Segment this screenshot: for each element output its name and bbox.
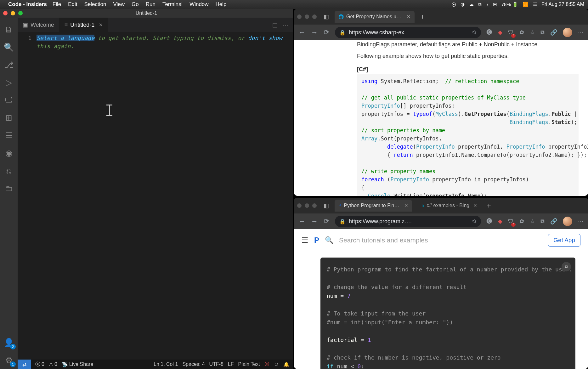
back-button[interactable]: ← bbox=[298, 217, 305, 225]
settings-icon[interactable]: ⚙1 bbox=[0, 351, 18, 369]
avatar[interactable] bbox=[563, 217, 572, 226]
menu-file[interactable]: File bbox=[53, 1, 61, 8]
eol[interactable]: LF bbox=[228, 361, 234, 367]
copy-icon[interactable]: ⧉ bbox=[562, 262, 571, 271]
search-icon[interactable]: 🔍 bbox=[325, 236, 333, 244]
menu-window[interactable]: Window bbox=[189, 1, 208, 8]
favorites-icon[interactable]: ☆ bbox=[530, 218, 535, 225]
search-input[interactable]: Search tutorials and examples bbox=[339, 236, 428, 244]
wifi-icon[interactable]: 📶 bbox=[523, 2, 529, 7]
search-icon[interactable]: 🔍 bbox=[0, 38, 18, 56]
battery-percent[interactable]: 78% 🔋 bbox=[501, 2, 518, 7]
menu-icon[interactable]: ⋯ bbox=[578, 218, 584, 225]
minimize-button[interactable] bbox=[305, 203, 309, 208]
extension-adblock-icon[interactable]: 🛡 bbox=[508, 218, 514, 225]
extensions-menu-icon[interactable]: ✿ bbox=[519, 218, 524, 225]
collections-icon[interactable]: ⧉ bbox=[540, 29, 545, 36]
browser-tab-active[interactable]: P Python Program to Find the Fa ✕ bbox=[335, 200, 412, 212]
maximize-button[interactable] bbox=[18, 11, 23, 15]
language-mode[interactable]: Plain Text bbox=[238, 361, 260, 367]
extensions-icon[interactable]: ⊞ bbox=[0, 109, 18, 127]
explorer-icon[interactable]: 🗎 bbox=[0, 21, 18, 38]
problems-warnings[interactable]: ⚠ 0 bbox=[49, 361, 57, 367]
source-control-icon[interactable]: ⎇ bbox=[0, 56, 18, 74]
reload-button[interactable]: ⟳ bbox=[324, 217, 329, 225]
avatar[interactable] bbox=[563, 28, 572, 37]
address-bar[interactable]: 🔒 https://www.csharp-ex… ✩ bbox=[335, 27, 481, 38]
bookmark-icon[interactable]: ✩ bbox=[472, 218, 477, 225]
extension-icon[interactable]: ◆ bbox=[498, 218, 502, 225]
status-icon[interactable]: ⧉ bbox=[478, 2, 482, 7]
github-icon[interactable]: ⎌ bbox=[0, 162, 18, 179]
folder-icon[interactable]: 🗀 bbox=[0, 179, 18, 197]
menu-run[interactable]: Run bbox=[146, 1, 155, 8]
extension-adblock-icon[interactable]: 🛡 bbox=[508, 29, 514, 36]
minimize-button[interactable] bbox=[11, 11, 15, 15]
status-icon[interactable]: ⊞ bbox=[493, 2, 497, 7]
indentation[interactable]: Spaces: 4 bbox=[182, 361, 205, 367]
edge-icon[interactable]: ◉ bbox=[0, 144, 18, 162]
more-icon[interactable]: ⋯ bbox=[283, 21, 288, 28]
select-language-link[interactable]: Select a language bbox=[37, 35, 94, 41]
menu-edit[interactable]: Edit bbox=[68, 1, 77, 8]
status-icon[interactable]: ⦿ bbox=[451, 2, 456, 7]
favorites-icon[interactable]: ☆ bbox=[530, 29, 535, 36]
remote-explorer-icon[interactable]: 🖵 bbox=[0, 91, 18, 109]
close-icon[interactable]: ✕ bbox=[473, 203, 477, 208]
menu-terminal[interactable]: Terminal bbox=[162, 1, 183, 8]
menu-view[interactable]: View bbox=[113, 1, 125, 8]
browser-tab[interactable]: 🌐 Get Property Names using Ref ✕ bbox=[335, 11, 415, 23]
problems-errors[interactable]: ⓧ 0 bbox=[35, 361, 44, 368]
tab-welcome[interactable]: ▣ Welcome bbox=[18, 18, 59, 32]
cursor-position[interactable]: Ln 1, Col 1 bbox=[154, 361, 178, 367]
extension-icon[interactable]: ◆ bbox=[498, 29, 502, 36]
editor-content[interactable]: 1 Select a language to get started. Star… bbox=[18, 32, 293, 360]
new-tab-button[interactable]: ＋ bbox=[419, 12, 426, 21]
todo-icon[interactable]: ☰ bbox=[0, 127, 18, 144]
notifications-icon[interactable]: 🔔 bbox=[283, 361, 290, 367]
extensions-menu-icon[interactable]: ✿ bbox=[519, 29, 524, 36]
tab-untitled[interactable]: ≡ Untitled-1 ✕ bbox=[59, 18, 109, 32]
share-icon[interactable]: 🔗 bbox=[550, 29, 557, 36]
share-icon[interactable]: 🔗 bbox=[550, 218, 557, 225]
new-tab-button[interactable]: ＋ bbox=[485, 201, 492, 210]
feedback-icon[interactable]: ☺ bbox=[274, 361, 279, 367]
status-icon[interactable]: ♪ bbox=[486, 2, 489, 7]
close-icon[interactable]: ✕ bbox=[99, 22, 103, 28]
close-button[interactable] bbox=[297, 14, 302, 19]
menu-help[interactable]: Help bbox=[216, 1, 227, 8]
split-editor-icon[interactable]: ◫ bbox=[272, 21, 278, 28]
extension-icon[interactable]: 🅢 bbox=[487, 218, 492, 225]
page-content[interactable]: BindingFlags parameter, default flags ar… bbox=[294, 40, 588, 196]
close-button[interactable] bbox=[297, 203, 302, 208]
sidebar-icon[interactable]: ◧ bbox=[324, 13, 329, 20]
get-app-button[interactable]: Get App bbox=[548, 234, 580, 247]
forward-button[interactable]: → bbox=[311, 217, 318, 225]
collections-icon[interactable]: ⧉ bbox=[540, 218, 545, 225]
control-center-icon[interactable]: ☰ bbox=[533, 2, 537, 7]
back-button[interactable]: ← bbox=[298, 28, 305, 37]
bookmark-icon[interactable]: ✩ bbox=[472, 29, 477, 36]
clock[interactable]: Fri Aug 27 8:55 AM bbox=[541, 2, 584, 7]
menu-icon[interactable]: ⋯ bbox=[578, 29, 584, 36]
sidebar-icon[interactable]: ◧ bbox=[324, 202, 329, 209]
close-icon[interactable]: ✕ bbox=[407, 14, 411, 20]
status-icon[interactable]: ◑ bbox=[461, 2, 465, 7]
close-button[interactable] bbox=[3, 11, 8, 15]
remote-button[interactable]: ⇄ bbox=[18, 360, 31, 369]
live-share[interactable]: 📡 Live Share bbox=[62, 361, 93, 367]
status-icon[interactable]: ☁ bbox=[469, 2, 474, 7]
menu-go[interactable]: Go bbox=[132, 1, 139, 8]
address-bar[interactable]: 🔒 https://www.programiz…. ✩ bbox=[335, 216, 481, 227]
accounts-icon[interactable]: 👤2 bbox=[0, 334, 18, 351]
encoding[interactable]: UTF-8 bbox=[209, 361, 223, 367]
maximize-button[interactable] bbox=[312, 203, 317, 208]
extension-icon[interactable]: 🅢 bbox=[487, 29, 492, 36]
screencast-icon[interactable]: ⦿ bbox=[264, 361, 269, 367]
minimize-button[interactable] bbox=[305, 14, 309, 19]
menu-icon[interactable]: ☰ bbox=[302, 236, 308, 245]
reload-button[interactable]: ⟳ bbox=[324, 28, 329, 37]
maximize-button[interactable] bbox=[312, 14, 317, 19]
forward-button[interactable]: → bbox=[311, 28, 318, 37]
logo[interactable]: P bbox=[314, 236, 319, 245]
